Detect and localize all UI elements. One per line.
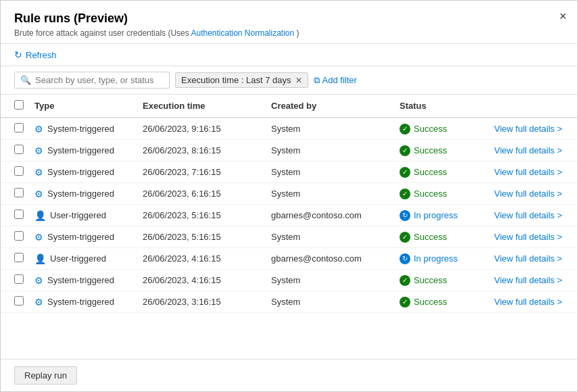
success-icon: ✓ [400, 167, 410, 178]
status-column-header: Status [393, 95, 487, 118]
view-full-details-link[interactable]: View full details > [494, 253, 562, 264]
action-cell: View full details > [487, 205, 577, 226]
rule-runs-dialog: Rule runs (Preview) Brute force attack a… [0, 0, 578, 392]
gear-icon: ⚙ [34, 232, 43, 243]
view-full-details-link[interactable]: View full details > [494, 275, 562, 285]
status-cell: ✓Success [393, 183, 487, 205]
row-checkbox-cell [1, 270, 28, 291]
status-label: Success [414, 275, 447, 285]
created-by-cell: gbarnes@contoso.com [264, 205, 393, 226]
type-label: System-triggered [47, 232, 114, 242]
table-row: ⚙System-triggered26/06/2023, 6:16:15Syst… [1, 183, 577, 205]
toolbar: ↻ Refresh [1, 44, 577, 66]
success-icon: ✓ [400, 297, 410, 308]
view-full-details-link[interactable]: View full details > [494, 232, 562, 242]
execution-time-cell: 26/06/2023, 9:16:15 [136, 118, 264, 140]
type-cell: ⚙System-triggered [28, 118, 136, 140]
execution-time-cell: 26/06/2023, 5:16:15 [136, 226, 264, 248]
success-icon: ✓ [400, 145, 410, 156]
close-button[interactable]: × [559, 10, 567, 22]
type-label: System-triggered [47, 275, 114, 285]
filter-icon: ⧉ [314, 75, 320, 86]
view-full-details-link[interactable]: View full details > [494, 210, 562, 220]
execution-time-cell: 26/06/2023, 7:16:15 [136, 162, 264, 183]
status-cell: ✓Success [393, 270, 487, 291]
type-cell: ⚙System-triggered [28, 270, 136, 291]
search-box[interactable]: 🔍 [14, 72, 170, 89]
type-column-header: Type [28, 95, 136, 118]
row-checkbox[interactable] [14, 253, 24, 262]
status-label: Success [414, 145, 447, 155]
status-label: Success [414, 167, 447, 177]
dialog-title: Rule runs (Preview) [14, 11, 564, 26]
type-label: User-triggered [50, 210, 106, 220]
type-cell: ⚙System-triggered [28, 140, 136, 162]
search-icon: 🔍 [20, 75, 31, 85]
row-checkbox-cell [1, 291, 28, 313]
view-full-details-link[interactable]: View full details > [494, 189, 562, 199]
execution-time-chip: Execution time : Last 7 days ✕ [175, 72, 308, 88]
action-cell: View full details > [487, 248, 577, 270]
row-checkbox-cell [1, 226, 28, 248]
row-checkbox-cell [1, 118, 28, 140]
type-cell: 👤User-triggered [28, 205, 136, 226]
gear-icon: ⚙ [34, 167, 43, 178]
gear-icon: ⚙ [34, 124, 43, 134]
success-icon: ✓ [400, 189, 410, 199]
action-cell: View full details > [487, 270, 577, 291]
action-cell: View full details > [487, 118, 577, 140]
view-full-details-link[interactable]: View full details > [494, 124, 562, 134]
row-checkbox[interactable] [14, 231, 24, 241]
status-cell: ↻In progress [393, 248, 487, 270]
table-header-row: Type Execution time Created by Status [1, 95, 577, 118]
row-checkbox[interactable] [14, 188, 24, 197]
replay-run-button[interactable]: Replay run [14, 366, 77, 385]
auth-normalization-link[interactable]: Authentication Normalization [191, 28, 294, 38]
view-full-details-link[interactable]: View full details > [494, 145, 562, 155]
type-cell: ⚙System-triggered [28, 162, 136, 183]
type-label: System-triggered [47, 145, 114, 155]
status-label: Success [414, 232, 447, 242]
dialog-header: Rule runs (Preview) Brute force attack a… [1, 1, 577, 44]
view-full-details-link[interactable]: View full details > [494, 297, 562, 307]
type-cell: ⚙System-triggered [28, 291, 136, 313]
chip-label: Execution time : Last 7 days [181, 75, 291, 85]
gear-icon: ⚙ [34, 275, 43, 286]
status-label: Success [414, 297, 447, 307]
created-by-cell: System [264, 162, 393, 183]
success-icon: ✓ [400, 275, 410, 286]
table-row: ⚙System-triggered26/06/2023, 8:16:15Syst… [1, 140, 577, 162]
row-checkbox[interactable] [14, 123, 24, 132]
select-all-header [1, 95, 28, 118]
created-by-cell: System [264, 183, 393, 205]
add-filter-button[interactable]: ⧉ Add filter [314, 75, 357, 86]
row-checkbox[interactable] [14, 210, 24, 219]
gear-icon: ⚙ [34, 145, 43, 156]
type-label: System-triggered [47, 297, 114, 307]
view-full-details-link[interactable]: View full details > [494, 167, 562, 177]
row-checkbox-cell [1, 183, 28, 205]
search-input[interactable] [35, 75, 164, 85]
created-by-cell: gbarnes@contoso.com [264, 248, 393, 270]
status-cell: ✓Success [393, 140, 487, 162]
chip-close-button[interactable]: ✕ [295, 76, 302, 84]
row-checkbox[interactable] [14, 166, 24, 176]
status-label: Success [414, 124, 447, 134]
row-checkbox[interactable] [14, 296, 24, 305]
row-checkbox-cell [1, 248, 28, 270]
table-container: Type Execution time Created by Status ⚙S… [1, 95, 577, 359]
inprogress-icon: ↻ [400, 210, 410, 221]
refresh-button[interactable]: ↻ Refresh [14, 49, 57, 60]
created-by-cell: System [264, 226, 393, 248]
execution-time-cell: 26/06/2023, 4:16:15 [136, 248, 264, 270]
action-cell: View full details > [487, 140, 577, 162]
row-checkbox[interactable] [14, 145, 24, 154]
execution-time-cell: 26/06/2023, 8:16:15 [136, 140, 264, 162]
execution-time-cell: 26/06/2023, 3:16:15 [136, 291, 264, 313]
action-cell: View full details > [487, 291, 577, 313]
row-checkbox[interactable] [14, 274, 24, 284]
table-row: ⚙System-triggered26/06/2023, 5:16:15Syst… [1, 226, 577, 248]
select-all-checkbox[interactable] [14, 100, 24, 109]
refresh-label: Refresh [26, 50, 57, 60]
row-checkbox-cell [1, 162, 28, 183]
